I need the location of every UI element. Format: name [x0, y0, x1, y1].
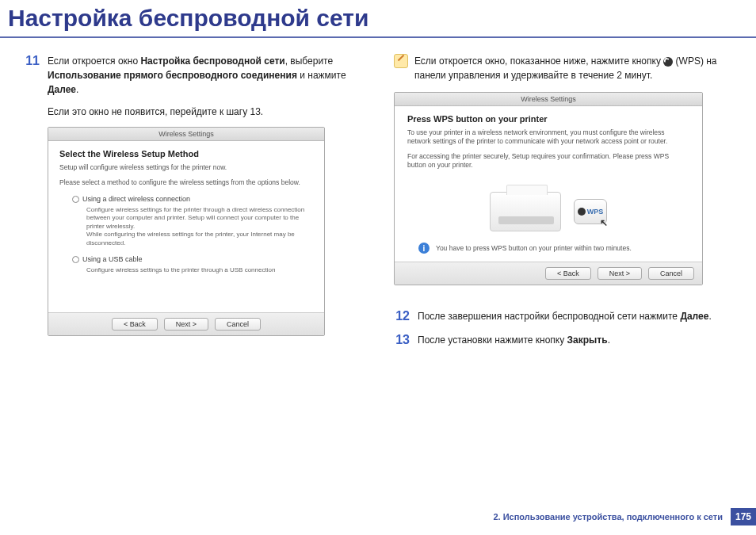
printer-illustration: WPS ↖	[407, 176, 689, 243]
t: После установки нажмите кнопку	[418, 334, 567, 346]
t-bold: Закрыть	[567, 334, 608, 346]
next-button[interactable]: Next >	[598, 267, 642, 280]
t-bold: Настройка беспроводной сети	[140, 55, 284, 67]
step-12: 12 После завершения настройки беспроводн…	[394, 309, 732, 323]
step-text: Если откроется окно Настройка беспроводн…	[48, 54, 362, 97]
info-icon: i	[418, 243, 430, 254]
footer-text: 2. Использование устройства, подключенно…	[493, 512, 731, 522]
step-number: 12	[394, 309, 410, 323]
screenshot-press-wps: Wireless Settings Press WPS button on yo…	[394, 92, 703, 285]
info-row: i You have to press WPS button on your p…	[407, 243, 689, 262]
t-bold: Использование прямого беспроводного соед…	[48, 70, 297, 81]
window-body: Select the Wireless Setup Method Setup w…	[48, 141, 324, 312]
step-13: 13 После установки нажмите кнопку Закрыт…	[394, 333, 732, 347]
content-columns: 11 Если откроется окно Настройка беспров…	[0, 38, 756, 357]
window-title: Wireless Settings	[48, 128, 324, 141]
window-subtext: Setup will configure wireless settings f…	[59, 163, 313, 172]
info-text: You have to press WPS button on your pri…	[436, 244, 632, 252]
step-11-followup: Если это окно не появится, перейдите к ш…	[48, 106, 362, 117]
note-icon	[394, 54, 408, 68]
radio-option-usb[interactable]: Using a USB cable	[72, 255, 313, 263]
wps-icon	[663, 57, 673, 67]
radio-label: Using a direct wireless connection	[82, 195, 190, 203]
cancel-button[interactable]: Cancel	[648, 267, 694, 280]
cancel-button[interactable]: Cancel	[215, 318, 261, 331]
button-bar: < Back Next > Cancel	[48, 312, 324, 335]
note: Если откроется окно, показанное ниже, на…	[394, 54, 732, 82]
step-number: 11	[24, 54, 40, 97]
step-text: После установки нажмите кнопку Закрыть.	[418, 333, 610, 347]
button-bar: < Back Next > Cancel	[395, 262, 702, 285]
left-column: 11 Если откроется окно Настройка беспров…	[24, 54, 362, 357]
back-button[interactable]: < Back	[545, 267, 591, 280]
t: После завершения настройки беспроводной …	[418, 311, 680, 322]
t-bold: Далее	[48, 84, 76, 95]
radio-label: Using a USB cable	[82, 255, 143, 263]
t: и нажмите	[297, 70, 346, 81]
t: , выберите	[285, 55, 334, 67]
t: Если откроется окно, показанное ниже, на…	[414, 55, 663, 67]
wps-label: WPS	[587, 208, 604, 216]
cursor-icon: ↖	[600, 217, 608, 228]
radio-option-direct[interactable]: Using a direct wireless connection	[72, 195, 313, 203]
screenshot-wireless-setup-method: Wireless Settings Select the Wireless Se…	[48, 127, 325, 336]
back-button[interactable]: < Back	[112, 318, 158, 331]
note-text: Если откроется окно, показанное ниже, на…	[414, 54, 732, 82]
step-text: После завершения настройки беспроводной …	[418, 309, 712, 323]
page-number: 175	[731, 508, 756, 525]
window-text: For accessing the printer securely, Setu…	[407, 152, 689, 170]
t: Если откроется окно	[48, 55, 140, 67]
right-column: Если откроется окно, показанное ниже, на…	[394, 54, 732, 357]
step-number: 13	[394, 333, 410, 347]
option-description: Configure wireless settings to the print…	[86, 266, 313, 274]
wps-icon	[578, 208, 586, 216]
next-button[interactable]: Next >	[164, 318, 208, 331]
t: .	[708, 311, 711, 322]
t-bold: Далее	[680, 311, 708, 322]
radio-icon	[72, 196, 79, 203]
window-title: Wireless Settings	[395, 93, 702, 106]
radio-icon	[72, 256, 79, 263]
page-title: Настройка беспроводной сети	[0, 0, 756, 38]
window-heading: Select the Wireless Setup Method	[59, 149, 313, 159]
window-text: To use your printer in a wireless networ…	[407, 128, 689, 146]
window-subtext: Please select a method to configure the …	[59, 178, 313, 187]
t: .	[76, 84, 78, 95]
footer: 2. Использование устройства, подключенно…	[493, 508, 756, 525]
t: .	[608, 334, 610, 346]
window-body: Press WPS button on your printer To use …	[395, 106, 702, 262]
printer-icon	[490, 192, 561, 231]
wps-button-badge: WPS ↖	[574, 199, 607, 224]
window-heading: Press WPS button on your printer	[407, 114, 689, 124]
option-description: Configure wireless settings for the prin…	[86, 206, 313, 247]
step-11: 11 Если откроется окно Настройка беспров…	[24, 54, 362, 97]
